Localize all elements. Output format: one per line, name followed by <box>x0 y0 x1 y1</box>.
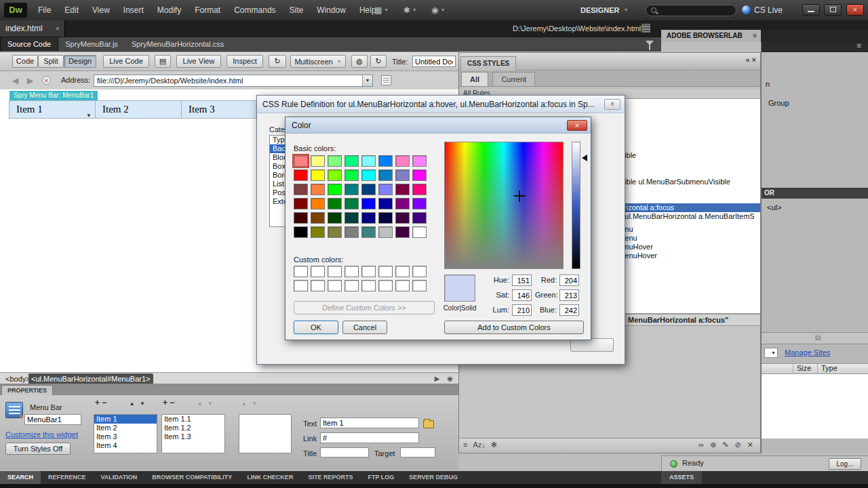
color-field-input[interactable] <box>512 274 532 286</box>
menubar-item-modify[interactable]: Modify <box>151 0 188 20</box>
basic-color-swatch[interactable] <box>378 155 393 167</box>
menubar-item-insert[interactable]: Insert <box>117 0 151 20</box>
customize-widget-link[interactable]: Customize this widget <box>5 430 78 439</box>
basic-color-swatch[interactable] <box>344 198 359 209</box>
submenu-items-list[interactable]: Item 1.1Item 1.2Item 1.3 <box>161 414 225 453</box>
custom-color-swatch[interactable] <box>412 266 427 277</box>
submenu-item-row[interactable]: Item 1.2 <box>162 424 224 432</box>
basic-color-swatch[interactable] <box>328 155 342 167</box>
spry-widget-label[interactable]: Spry Menu Bar: MenuBar1 <box>9 91 98 100</box>
basic-color-swatch[interactable] <box>412 198 427 209</box>
basic-color-swatch[interactable] <box>412 184 427 195</box>
stop-icon[interactable]: × <box>42 76 51 85</box>
ok-button[interactable]: OK <box>294 321 338 334</box>
turn-styles-off-button[interactable]: Turn Styles Off <box>5 443 71 455</box>
related-file-3[interactable]: SpryMenuBarHorizontal.css <box>125 37 231 51</box>
color-field-input[interactable] <box>512 289 532 301</box>
menu-item-row[interactable]: Item 3 <box>94 432 157 441</box>
basic-color-swatch[interactable] <box>311 212 325 224</box>
basic-color-swatch[interactable] <box>378 184 393 195</box>
text-input[interactable] <box>320 418 419 428</box>
color-field-input[interactable] <box>512 304 532 316</box>
basic-color-swatch[interactable] <box>361 184 376 195</box>
menu-item-row[interactable]: Item 2 <box>94 424 157 432</box>
search-input[interactable] <box>646 5 736 16</box>
custom-color-swatch[interactable] <box>361 280 376 291</box>
basic-color-swatch[interactable] <box>311 169 325 181</box>
split-view-button[interactable]: Split <box>38 55 64 68</box>
select-tool-icon[interactable]: ▶ <box>435 375 440 382</box>
menubar-item-commands[interactable]: Commands <box>227 0 282 20</box>
move-up-button[interactable]: ▲ <box>241 401 247 407</box>
add-item-button[interactable]: + <box>95 398 100 407</box>
results-tab-search[interactable]: SEARCH <box>0 471 41 484</box>
basic-color-swatch[interactable] <box>395 226 410 238</box>
move-down-button[interactable]: ▼ <box>252 401 257 407</box>
live-code-button[interactable]: Live Code <box>103 55 149 68</box>
basic-color-swatch[interactable] <box>378 198 393 209</box>
doc-menu-item[interactable]: Item 2 <box>95 100 182 119</box>
address-input[interactable]: file:///D|/Jeremy/Desktop/Website/index.… <box>94 75 373 87</box>
basic-color-swatch[interactable] <box>294 184 308 195</box>
results-tab-browser-compatibility[interactable]: BROWSER COMPATIBILITY <box>144 471 239 484</box>
basic-color-swatch[interactable] <box>344 184 359 195</box>
tag-ul-menubar[interactable]: <ul.MenuBarHorizontal#MenuBar1> <box>28 373 153 384</box>
basic-color-swatch[interactable] <box>328 198 342 209</box>
basic-color-swatch[interactable] <box>395 169 410 181</box>
hand-tool-icon[interactable]: ◉ <box>447 375 453 382</box>
site-users-icon[interactable]: ◉▼ <box>431 5 445 15</box>
dialog-title[interactable]: Color <box>285 117 591 134</box>
results-tab-site-reports[interactable]: SITE REPORTS <box>300 471 360 484</box>
basic-color-swatch[interactable] <box>395 198 410 209</box>
custom-color-swatch[interactable] <box>378 280 393 291</box>
address-dropdown-icon[interactable]: ▼ <box>362 75 372 86</box>
workspace-switcher[interactable]: DESIGNER ▼ <box>580 0 628 20</box>
submenu-item-row[interactable]: Item 1.3 <box>162 432 224 441</box>
basic-color-swatch[interactable] <box>361 226 376 238</box>
refresh-design-icon[interactable]: ↻ <box>370 55 387 68</box>
menubar-item-file[interactable]: File <box>31 0 58 20</box>
basic-color-swatch[interactable] <box>294 226 308 238</box>
basic-color-swatch[interactable] <box>328 226 342 238</box>
basic-color-swatch[interactable] <box>294 155 308 167</box>
doc-menu-item[interactable]: Item 3 <box>181 100 268 119</box>
custom-color-swatch[interactable] <box>311 280 325 291</box>
menubar-item-site[interactable]: Site <box>283 0 311 20</box>
extend-icon[interactable]: ✱▼ <box>403 5 417 15</box>
custom-color-swatch[interactable] <box>311 266 325 277</box>
dialog-title[interactable]: CSS Rule Definition for ul.MenuBarHorizo… <box>257 96 625 113</box>
list-view-icon[interactable]: Az↓ <box>473 441 485 449</box>
title-input[interactable] <box>320 447 369 458</box>
design-view-button[interactable]: Design <box>64 55 96 68</box>
define-custom-colors-button[interactable]: Define Custom Colors >> <box>294 301 435 314</box>
restore-button[interactable] <box>824 4 842 16</box>
minimize-button[interactable] <box>802 4 820 16</box>
custom-color-swatch[interactable] <box>344 266 359 277</box>
basic-color-swatch[interactable] <box>412 212 427 224</box>
basic-color-swatch[interactable] <box>412 226 427 238</box>
cs-live-button[interactable]: CS Live <box>742 0 783 20</box>
filter-funnel-icon[interactable] <box>646 41 654 45</box>
basic-color-swatch[interactable] <box>361 169 376 181</box>
custom-color-swatch[interactable] <box>328 266 342 277</box>
back-icon[interactable]: ◀ <box>12 76 18 85</box>
custom-color-swatch[interactable] <box>344 280 359 291</box>
menubar-item-window[interactable]: Window <box>310 0 353 20</box>
move-up-button[interactable]: ▲ <box>197 401 203 407</box>
log-button[interactable]: Log... <box>829 458 861 470</box>
category-view-icon[interactable]: ≡ <box>463 441 467 449</box>
code-view-button[interactable]: Code <box>12 55 38 68</box>
column-size[interactable]: Size <box>797 364 811 372</box>
basic-color-swatch[interactable] <box>378 169 393 181</box>
basic-color-swatch[interactable] <box>328 184 342 195</box>
tab-current[interactable]: Current <box>492 72 535 86</box>
results-tab-server-debug[interactable]: SERVER DEBUG <box>401 471 465 484</box>
menu-item-row[interactable]: Item 4 <box>94 441 157 450</box>
basic-color-swatch[interactable] <box>311 198 325 209</box>
doc-menu-item[interactable]: Item 1▼ <box>9 100 96 119</box>
add-to-custom-colors-button[interactable]: Add to Custom Colors <box>444 321 584 334</box>
multiscreen-button[interactable]: Multiscreen ▼ <box>290 55 346 68</box>
browse-folder-icon[interactable] <box>423 420 434 428</box>
menu-item-row[interactable]: Item 1 <box>94 415 157 424</box>
tab-properties[interactable]: PROPERTIES <box>1 385 53 395</box>
